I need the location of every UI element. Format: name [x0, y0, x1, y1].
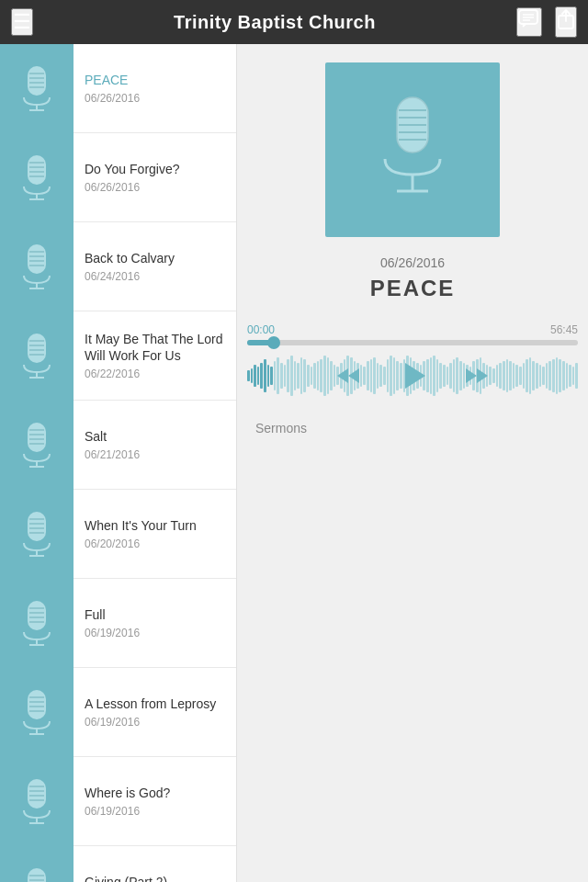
- svg-rect-5: [28, 66, 46, 96]
- sermons-label: Sermons: [237, 421, 307, 435]
- sermon-info: PEACE06/26/2016: [74, 62, 236, 114]
- sermon-item[interactable]: PEACE06/26/2016: [0, 44, 236, 133]
- waveform-controls-area: [247, 353, 578, 399]
- sermon-thumbnail: [0, 668, 74, 757]
- progress-bar[interactable]: [247, 340, 578, 345]
- app-header: ☰ Trinity Baptist Church: [0, 0, 588, 44]
- sermon-title: Giving (Part 2): [85, 874, 225, 882]
- sermon-info: It May Be That The Lord Will Work For Us…: [74, 322, 236, 390]
- svg-rect-54: [28, 690, 46, 719]
- progress-thumb[interactable]: [267, 336, 280, 349]
- progress-container: 00:00 56:45: [238, 323, 587, 408]
- sermon-date: 06/26/2016: [85, 181, 225, 194]
- sermon-title: A Lesson from Leprosy: [85, 695, 225, 712]
- sermon-date: 06/21/2016: [85, 448, 225, 461]
- sermon-title: Back to Calvary: [85, 250, 225, 266]
- menu-button[interactable]: ☰: [11, 8, 33, 36]
- share-button[interactable]: [555, 6, 577, 38]
- time-current: 00:00: [247, 323, 275, 336]
- sermon-item[interactable]: It May Be That The Lord Will Work For Us…: [0, 311, 236, 401]
- svg-rect-33: [28, 423, 46, 452]
- app-title: Trinity Baptist Church: [174, 12, 376, 33]
- sermon-info: Where is God?06/19/2016: [74, 775, 236, 827]
- player-panel: 06/26/2016 PEACE 00:00 56:45: [237, 44, 588, 882]
- header-left: ☰: [11, 8, 33, 36]
- sermon-title: Do You Forgive?: [85, 161, 225, 177]
- svg-rect-40: [28, 512, 46, 541]
- svg-rect-19: [28, 244, 46, 274]
- sermon-thumbnail: [0, 222, 74, 311]
- sermon-title: It May Be That The Lord Will Work For Us: [85, 331, 225, 364]
- forward-button[interactable]: [464, 363, 490, 389]
- sermon-title: Salt: [85, 428, 225, 445]
- sermon-thumbnail: [0, 133, 74, 222]
- sermon-title: Full: [85, 606, 225, 623]
- svg-rect-47: [28, 601, 46, 630]
- sermon-date: 06/19/2016: [85, 627, 225, 639]
- sermon-item[interactable]: Giving (Part 2)06/12/2016: [0, 846, 236, 882]
- sermon-title: Where is God?: [85, 785, 225, 801]
- svg-marker-87: [477, 368, 488, 383]
- sermon-date: 06/19/2016: [85, 805, 225, 818]
- sermon-thumbnail: [0, 490, 74, 579]
- player-date: 06/26/2016: [380, 255, 445, 270]
- play-button[interactable]: [389, 352, 436, 400]
- sermon-thumbnail: [0, 401, 74, 490]
- sermon-item[interactable]: Full06/19/2016: [0, 579, 236, 668]
- sermon-title: PEACE: [85, 72, 225, 88]
- time-total: 56:45: [550, 323, 578, 336]
- sermon-thumbnail: [0, 579, 74, 668]
- controls-row: [247, 352, 578, 400]
- sermon-info: Giving (Part 2)06/12/2016: [74, 865, 236, 882]
- header-right: [516, 6, 577, 38]
- sermon-thumbnail: [0, 846, 74, 883]
- sermon-title: When It's Your Turn: [85, 517, 225, 534]
- rewind-button[interactable]: [335, 363, 361, 389]
- sermon-thumbnail: [0, 44, 74, 133]
- sermon-info: A Lesson from Leprosy06/19/2016: [74, 686, 236, 738]
- sermon-info: When It's Your Turn06/20/2016: [74, 508, 236, 560]
- sermon-list: PEACE06/26/2016 Do You Forgive?06/26/201…: [0, 44, 237, 882]
- svg-marker-83: [337, 368, 348, 383]
- sermon-info: Back to Calvary06/24/2016: [74, 241, 236, 292]
- sermon-thumbnail: [0, 311, 74, 401]
- svg-rect-12: [28, 155, 46, 185]
- sermon-date: 06/22/2016: [85, 368, 225, 380]
- sermon-info: Do You Forgive?06/26/2016: [74, 152, 236, 203]
- sermon-item[interactable]: A Lesson from Leprosy06/19/2016: [0, 668, 236, 757]
- album-art: [325, 62, 500, 237]
- sermon-info: Salt06/21/2016: [74, 419, 236, 470]
- chat-button[interactable]: [516, 7, 542, 37]
- sermon-date: 06/19/2016: [85, 716, 225, 729]
- svg-rect-61: [28, 779, 46, 808]
- sermon-date: 06/20/2016: [85, 537, 225, 550]
- svg-marker-85: [405, 363, 425, 389]
- sermon-date: 06/24/2016: [85, 270, 225, 283]
- svg-marker-86: [466, 368, 477, 383]
- svg-marker-84: [348, 368, 359, 383]
- sermon-item[interactable]: When It's Your Turn06/20/2016: [0, 490, 236, 579]
- sermon-item[interactable]: Back to Calvary06/24/2016: [0, 222, 236, 311]
- sermon-item[interactable]: Salt06/21/2016: [0, 401, 236, 490]
- sermon-date: 06/26/2016: [85, 92, 225, 105]
- time-row: 00:00 56:45: [247, 323, 578, 336]
- sermon-info: Full06/19/2016: [74, 597, 236, 649]
- svg-rect-26: [28, 334, 46, 363]
- player-title: PEACE: [370, 276, 456, 301]
- main-container: PEACE06/26/2016 Do You Forgive?06/26/201…: [0, 44, 588, 882]
- sermon-item[interactable]: Where is God?06/19/2016: [0, 757, 236, 846]
- sermon-item[interactable]: Do You Forgive?06/26/2016: [0, 133, 236, 222]
- sermon-thumbnail: [0, 757, 74, 846]
